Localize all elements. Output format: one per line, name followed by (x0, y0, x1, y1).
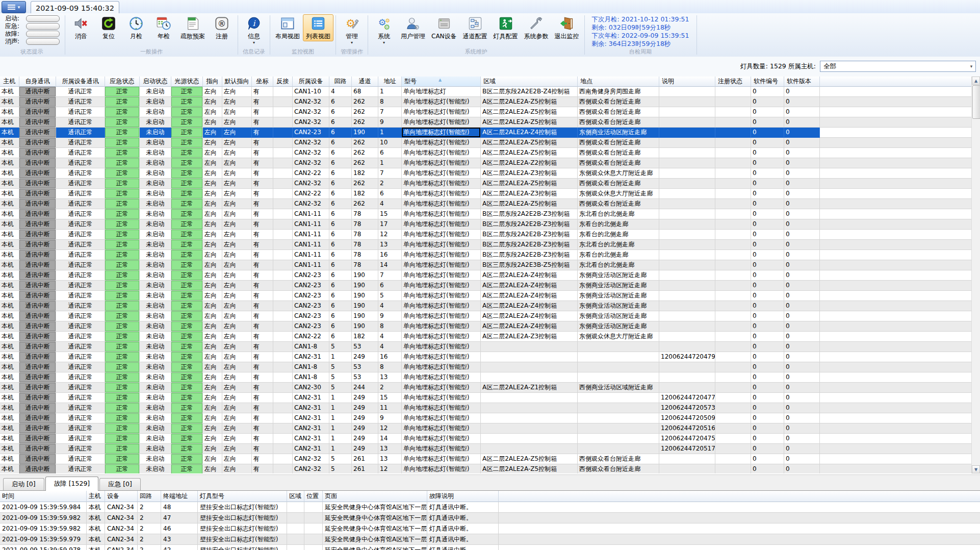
lamp-row[interactable]: 本机通讯中断通讯正常正常未启动正常左向左向有CAN2-31124912单向地埋标… (0, 423, 980, 434)
lamp-row[interactable]: 本机通讯中断通讯正常正常未启动正常左向左向有CAN2-32526113单向地埋标… (0, 454, 980, 464)
lamp-row[interactable]: 本机通讯中断通讯正常正常未启动正常左向左向有CAN2-2361909单向地埋标志… (0, 311, 980, 321)
lamp-row[interactable]: 本机通讯中断通讯正常正常未启动正常左向左向有CAN2-31124916单向地埋标… (0, 352, 980, 362)
column-header-software-no[interactable]: 软件编号 (751, 77, 784, 87)
column-header-reverse[interactable]: 反接 (273, 77, 293, 87)
scroll-down-button[interactable]: ▼ (972, 465, 980, 473)
lamp-row[interactable]: 本机通讯中断通讯正常正常未启动正常左向左向有CAN1-1167817单向地埋标志… (0, 219, 980, 230)
scrollbar-thumb[interactable] (972, 85, 980, 119)
channel-config-button[interactable]: 通道配置 (460, 14, 491, 41)
system-button[interactable]: ⚙⚙⚙ 系统 ▾ (370, 14, 398, 45)
user-manage-button[interactable]: ⚙ 用户管理 (398, 14, 428, 41)
column-header-fault-description[interactable]: 故障说明 (427, 491, 499, 502)
lamp-row[interactable]: 本机通讯中断通讯正常正常未启动正常左向左向有CAN2-31124914单向地埋标… (0, 434, 980, 444)
lamp-row[interactable]: 本机通讯中断通讯正常正常未启动正常左向左向有CAN1-104681单向地埋标志灯… (0, 87, 980, 97)
manage-button[interactable]: ⚙ 管理 ▾ (338, 14, 366, 45)
lamp-row[interactable]: 本机通讯中断通讯正常正常未启动正常左向左向有CAN2-31124915单向地埋标… (0, 393, 980, 403)
exit-monitor-button[interactable]: 退出监控 (552, 14, 582, 41)
lamp-row[interactable]: 本机通讯中断通讯正常正常未启动正常左向左向有CAN2-3052442单向地埋标志… (0, 383, 980, 393)
lamp-row[interactable]: 本机通讯中断通讯正常正常未启动正常左向左向有CAN2-2261827单向地埋标志… (0, 168, 980, 179)
lamp-row[interactable]: 本机通讯中断通讯正常正常未启动正常左向左向有CAN1-1167815单向地埋标志… (0, 209, 980, 219)
lamp-row[interactable]: 本机通讯中断通讯正常正常未启动正常左向左向有CAN2-2361905单向地埋标志… (0, 291, 980, 301)
layout-view-button[interactable]: 布局视图 (272, 14, 303, 41)
column-header-region[interactable]: 区域 (481, 77, 578, 87)
column-header-direction[interactable]: 指向 (203, 77, 222, 87)
column-header-emergency-status[interactable]: 应急状态 (105, 77, 140, 87)
lamp-row[interactable]: 本机通讯中断通讯正常正常未启动正常左向左向有CAN2-31124913单向地埋标… (0, 444, 980, 454)
lamp-row[interactable]: 本机通讯中断通讯正常正常未启动正常左向左向有CAN1-85538单向地埋标志灯(… (0, 362, 980, 372)
lamp-row[interactable]: 本机通讯中断通讯正常正常未启动正常左向左向有CAN1-1167814单向地埋标志… (0, 260, 980, 270)
column-header-device-comm[interactable]: 所属设备通讯 (56, 77, 105, 87)
lamp-row[interactable]: 本机通讯中断通讯正常正常未启动正常左向左向有CAN2-2361904单向地埋标志… (0, 301, 980, 311)
column-header-loop[interactable]: 回路 (138, 491, 161, 502)
can-device-button[interactable]: CAN设备 (428, 14, 460, 41)
column-header-self-comm[interactable]: 自身通讯 (19, 77, 56, 87)
column-header-note[interactable]: 说明 (659, 77, 715, 87)
fault-row[interactable]: 2021-09-09 15:39:59.982本机CAN2-34247壁挂安全出… (0, 513, 980, 523)
lamp-row[interactable]: 本机通讯中断通讯正常正常未启动正常左向左向有CAN2-2361908单向地埋标志… (0, 321, 980, 332)
register-button[interactable]: ® 注册 (208, 14, 236, 41)
column-header-position[interactable]: 位置 (304, 491, 323, 502)
vertical-scrollbar[interactable]: ▲ ▼ (971, 77, 980, 473)
column-header-region[interactable]: 区域 (287, 491, 304, 502)
column-header-time[interactable]: 时间 (0, 491, 87, 502)
lamp-row[interactable]: 本机通讯中断通讯正常正常未启动正常左向左向有CAN1-1167812单向地埋标志… (0, 230, 980, 240)
lamp-row[interactable]: 本机通讯中断通讯正常正常未启动正常左向左向有CAN2-2361901单向地埋标志… (0, 128, 980, 138)
lamp-row[interactable]: 本机通讯中断通讯正常正常未启动正常左向左向有CAN2-3262622单向地埋标志… (0, 179, 980, 189)
column-header-page[interactable]: 页面 (323, 491, 427, 502)
lamp-row[interactable]: 本机通讯中断通讯正常正常未启动正常左向左向有CAN2-2361906单向地埋标志… (0, 281, 980, 291)
fault-row[interactable]: 2021-09-09 15:39:59.982本机CAN2-34246壁挂安全出… (0, 523, 980, 534)
column-header-lamp-model[interactable]: 灯具型号 (198, 491, 287, 502)
window-title-tab[interactable]: 2021-09-09 15:40:32 (31, 1, 119, 14)
lamp-row[interactable]: 本机通讯中断通讯正常正常未启动正常左向左向有CAN2-3262624单向地埋标志… (0, 199, 980, 209)
fault-row[interactable]: 2021-09-09 15:39:59.984本机CAN2-34248壁挂安全出… (0, 502, 980, 513)
lamp-row[interactable]: 本机通讯中断通讯正常正常未启动正常左向左向有CAN2-2261824单向地埋标志… (0, 332, 980, 342)
monthly-check-button[interactable]: 月检 (122, 14, 150, 41)
column-header-host[interactable]: 主机 (0, 77, 19, 87)
host-select[interactable]: 全部 ▾ (820, 61, 976, 72)
lamp-row[interactable]: 本机通讯中断通讯正常正常未启动正常左向左向有CAN2-3262621单向地埋标志… (0, 158, 980, 168)
list-view-button[interactable]: 列表视图 (303, 14, 333, 41)
column-header-register-status[interactable]: 注册状态 (715, 77, 751, 87)
lamp-row[interactable]: 本机通讯中断通讯正常正常未启动正常左向左向有CAN2-32626210单向地埋标… (0, 138, 980, 148)
lamp-row[interactable]: 本机通讯中断通讯正常正常未启动正常左向左向有CAN2-3262629单向地埋标志… (0, 117, 980, 128)
column-header-channel[interactable]: 通道 (352, 77, 378, 87)
lamp-config-button[interactable]: 灯具配置 (491, 14, 521, 41)
column-header-coordinate[interactable]: 坐标 (252, 77, 273, 87)
lamp-row[interactable]: 本机通讯中断通讯正常正常未启动正常左向左向有CAN2-3262627单向地埋标志… (0, 107, 980, 117)
column-header-light-status[interactable]: 光源状态 (171, 77, 203, 87)
fault-row[interactable]: 2021-09-09 15:39:59.979本机CAN2-34243壁挂安全出… (0, 534, 980, 545)
tab-start-events[interactable]: 启动 [0] (3, 478, 44, 490)
info-button[interactable]: i 信息 ▾ (240, 14, 268, 45)
lamp-row[interactable]: 本机通讯中断通讯正常正常未启动正常左向左向有CAN2-3262626单向地埋标志… (0, 148, 980, 158)
column-header-device[interactable]: 所属设备 (293, 77, 329, 87)
annual-check-button[interactable]: 年检 (150, 14, 177, 41)
lamp-row[interactable]: 本机通讯中断通讯正常正常未启动正常左向左向有CAN1-855313单向地埋标志灯… (0, 372, 980, 383)
app-menu-button[interactable]: ▾ (2, 1, 26, 13)
tab-fault-events[interactable]: 故障 [1529] (45, 477, 99, 491)
column-header-host[interactable]: 主机 (87, 491, 105, 502)
lamp-row[interactable]: 本机通讯中断通讯正常正常未启动正常左向左向有CAN2-32526112单向地埋标… (0, 464, 980, 473)
lamp-row[interactable]: 本机通讯中断通讯正常正常未启动正常左向左向有CAN1-1167813单向地埋标志… (0, 240, 980, 250)
column-header-loop[interactable]: 回路 (329, 77, 352, 87)
column-header-location[interactable]: 地点 (578, 77, 659, 87)
system-params-button[interactable]: 系统参数 (521, 14, 552, 41)
lamp-row[interactable]: 本机通讯中断通讯正常正常未启动正常左向左向有CAN2-2261826单向地埋标志… (0, 189, 980, 199)
evacuation-plan-button[interactable]: 疏散预案 (177, 14, 208, 41)
scroll-up-button[interactable]: ▲ (972, 77, 980, 85)
column-header-device[interactable]: 设备 (105, 491, 138, 502)
lamp-row[interactable]: 本机通讯中断通讯正常正常未启动正常左向左向有CAN1-85534单向地埋标志灯(… (0, 342, 980, 352)
mute-button[interactable]: 消音 (67, 14, 95, 41)
lamp-row[interactable]: 本机通讯中断通讯正常正常未启动正常左向左向有CAN2-2361907单向地埋标志… (0, 270, 980, 281)
lamp-row[interactable]: 本机通讯中断通讯正常正常未启动正常左向左向有CAN2-3262628单向地埋标志… (0, 97, 980, 107)
column-header-software-version[interactable]: 软件版本 (784, 77, 820, 87)
column-header-model[interactable]: 型号▲ (402, 77, 481, 87)
lamp-row[interactable]: 本机通讯中断通讯正常正常未启动正常左向左向有CAN2-31124911单向地埋标… (0, 403, 980, 413)
column-header-address[interactable]: 地址 (378, 77, 402, 87)
lamp-row[interactable]: 本机通讯中断通讯正常正常未启动正常左向左向有CAN2-3112499单向地埋标志… (0, 413, 980, 423)
lamp-row[interactable]: 本机通讯中断通讯正常正常未启动正常左向左向有CAN1-1167816单向地埋标志… (0, 250, 980, 260)
reset-button[interactable]: 复位 (95, 14, 122, 41)
column-header-default-direction[interactable]: 默认指向 (222, 77, 252, 87)
column-header-terminal-address[interactable]: 终端地址 (161, 491, 198, 502)
fault-row[interactable]: 2021-09-09 15:39:59.978本机CAN2-34242壁挂安全出… (0, 545, 980, 550)
column-header-start-status[interactable]: 启动状态 (140, 77, 171, 87)
